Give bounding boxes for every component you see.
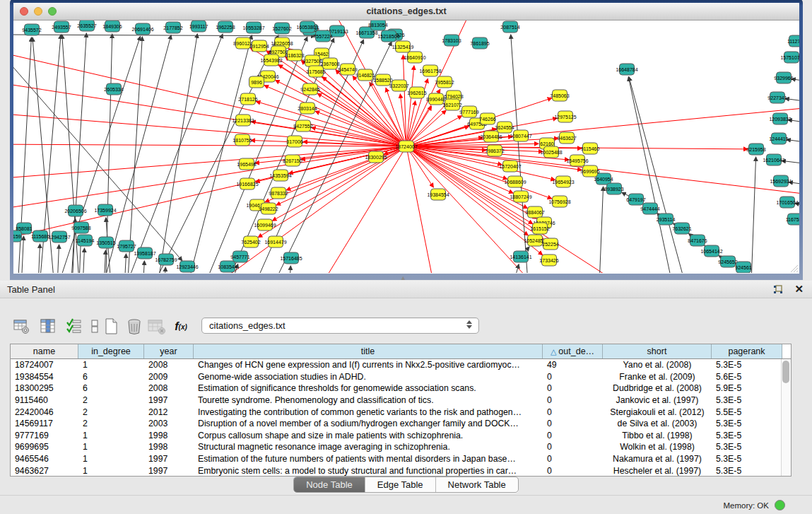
table-row[interactable]: 1456911722003Disruption of a novel membe… [11,418,791,430]
table-body: 1872400712008Changes of HCN gene express… [11,359,791,477]
network-window-title: citations_edges.txt [13,6,799,16]
table-row[interactable]: 1872400712008Changes of HCN gene express… [11,359,791,371]
column-header-name[interactable]: name [11,344,78,358]
graph-node-label: 9227341 [767,95,787,100]
cell-name: 9777169 [11,431,78,440]
citation-edge-red [13,144,406,146]
citation-edge-red [13,146,406,180]
graph-node-label: 252254 [542,242,558,247]
function-icon[interactable]: f(x) [172,317,190,336]
graph-node-label: 16099469 [254,223,276,228]
graph-node-label: 62160 [540,141,554,146]
tab-network-table[interactable]: Network Table [436,477,518,492]
cell-name: 19384554 [11,372,78,382]
table-columns-icon[interactable] [39,317,57,336]
window-resize-handle[interactable] [789,263,798,272]
table-row[interactable]: 977716911998Corpus callosum shape and si… [11,430,791,442]
graph-node-label: 8813054 [368,23,387,28]
function-x: (x) [179,323,187,331]
graph-node-label: 7632621 [672,226,691,231]
graph-node-label: 9245652 [718,259,737,264]
graph-node-label: 10688609 [504,180,526,185]
graph-node-label: 1810755 [233,138,252,143]
citation-edge-black [288,266,290,273]
graph-node-label: 15692931 [770,179,792,184]
column-header-in_degree[interactable]: in_degree [78,344,144,358]
tab-node-table[interactable]: Node Table [294,477,365,492]
cell-out_de: 0 [543,395,603,405]
cell-pagerank: 5.6E-5 [712,372,782,382]
citation-edge-black [142,261,144,273]
table-row[interactable]: 969969511998Structural magnetic resonanc… [11,441,791,453]
network-window-titlebar[interactable]: citations_edges.txt [13,3,799,21]
cell-pagerank: 5.3E-5 [712,431,782,440]
cell-title: Changes of HCN gene expression and I(f) … [194,360,543,370]
table-settings-icon[interactable] [13,317,31,336]
column-header-title[interactable]: title [194,344,543,358]
network-canvas[interactable]: 9435572249355726355271849306206914062177… [13,21,799,274]
table-panel-title: Table Panel [7,284,55,295]
node-table: namein_degreeyeartitle△out_de…shortpager… [10,344,792,477]
graph-node-label: 3175685 [306,69,325,74]
network-window[interactable]: citations_edges.txt 94355722493557263552… [10,0,803,280]
column-header-short[interactable]: short [603,344,712,358]
select-columns-icon[interactable] [65,317,83,336]
graph-node-label: 1083544 [218,264,237,269]
graph-node-label: 15720407 [499,164,521,169]
graph-node-label: 1733426 [539,258,558,263]
cell-out_de: 0 [543,442,603,452]
rows-icon[interactable] [86,317,104,336]
table-selector-dropdown[interactable]: citations_edges.txt [201,317,479,334]
table-header-row: namein_degreeyeartitle△out_de…shortpager… [11,344,791,359]
table-row[interactable]: 946362711997Embryonic stem cells: a mode… [11,465,791,477]
minimize-window-button[interactable] [34,7,42,16]
cell-in_degree: 2 [78,395,144,405]
graph-node-label: 16914479 [264,240,286,245]
graph-node-label: 13958187 [134,251,155,256]
close-window-button[interactable] [20,7,28,16]
graph-node-label: 8912954 [249,44,269,49]
table-row[interactable]: 946554611997Estimation of the future num… [11,453,791,465]
graph-node-label: 1640954 [594,177,613,182]
citation-edge-black [599,187,604,273]
table-tabs-bar: Node TableEdge TableNetwork Table [0,477,812,493]
citation-edge-red [13,112,406,146]
cell-short: Jankovic et al. (1997) [603,395,712,405]
close-panel-icon[interactable]: ✕ [794,284,804,294]
table-row[interactable]: 911546021997Tourette syndrome. Phenomeno… [11,395,791,407]
graph-node-label: 20691406 [131,27,153,32]
table-row[interactable]: 1830029562008Estimation of significance … [11,382,791,395]
new-table-icon[interactable] [102,317,121,336]
cell-out_de: 0 [543,383,603,393]
graph-node-label: 8990448 [426,97,445,102]
graph-node-label: 858081 [16,226,32,231]
delete-table-disabled-icon [148,317,166,336]
column-header-year[interactable]: year [144,344,194,358]
tab-edge-table[interactable]: Edge Table [365,477,436,492]
graph-node-label: 7485063 [550,93,569,98]
graph-node-label: 2605334 [104,87,123,92]
float-panel-icon[interactable] [773,285,783,294]
cell-pagerank: 5.3E-5 [712,454,782,464]
graph-node-label: 9457771 [230,255,249,259]
graph-node-label: 1112747 [787,39,799,44]
table-row[interactable]: 2242004622012Investigating the contribut… [11,406,791,418]
graph-node-label: 9884067 [525,210,544,215]
cell-pagerank: 5.3E-5 [712,466,782,476]
graph-node-label: 14353594 [269,173,291,178]
column-header-pagerank[interactable]: pagerank [712,344,782,358]
graph-node-label: 7557224 [313,34,332,39]
table-scrollbar-thumb[interactable] [782,361,789,383]
graph-node-label: 11325419 [392,45,414,49]
zoom-window-button[interactable] [48,7,57,16]
delete-icon[interactable] [125,317,143,336]
table-panel-titlebar: Table Panel ✕ [0,281,812,298]
cell-pagerank: 5.5E-5 [712,407,782,417]
cell-out_de: 0 [543,454,603,464]
split-pane-handle[interactable]: ▲ [400,276,406,281]
graph-node-label: 16671358 [355,30,377,35]
table-row[interactable]: 1938455462009Genome-wide association stu… [11,371,791,383]
table-scrollbar[interactable] [781,359,791,476]
cell-short: Tibbo et al. (1998) [603,431,712,440]
column-header-out_de[interactable]: △out_de… [543,344,603,358]
